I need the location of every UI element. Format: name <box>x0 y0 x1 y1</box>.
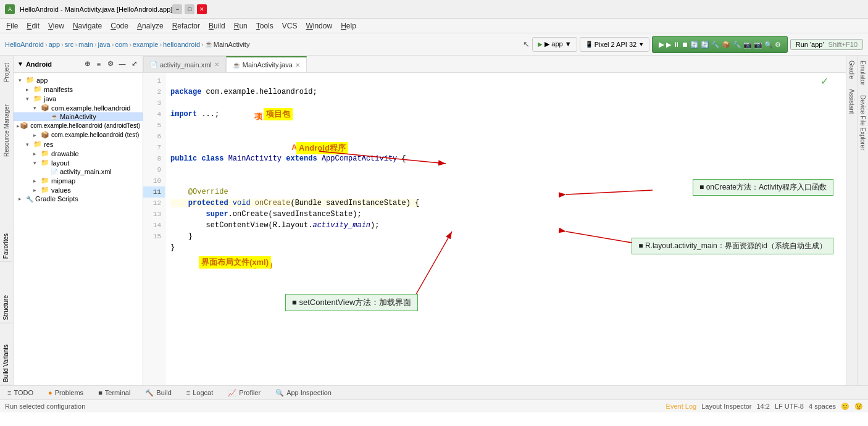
toolbar-right: ↖ ▶ ▶ app ▼ 📱 Pixel 2 API 32 ▼ ▶ ▶ ⏸ ⏹ 🔄… <box>523 36 863 53</box>
right-tab-gradle[interactable]: Gradle <box>846 56 858 84</box>
menu-run[interactable]: Run <box>230 20 251 31</box>
device-dropdown[interactable]: 📱 Pixel 2 API 32 ▼ <box>580 37 649 52</box>
bottom-tab-terminal[interactable]: ■ Terminal <box>93 386 135 399</box>
tab-activity-main-xml[interactable]: 📄 activity_main.xml ✕ <box>143 56 226 72</box>
title-text: HelloAndroid - MainActivity.java [HelloA… <box>20 6 172 13</box>
editor-area: 📄 activity_main.xml ✕ ☕ MainActivity.jav… <box>143 56 846 385</box>
bottom-bar: ≡ TODO ● Problems ■ Terminal 🔨 Build ≡ L… <box>0 385 868 412</box>
tab-mainactivity-java[interactable]: ☕ MainActivity.java ✕ <box>226 56 307 72</box>
structure-tab[interactable]: Structure <box>0 293 12 324</box>
window-controls[interactable]: − □ ✕ <box>172 4 207 14</box>
tree-item-drawable[interactable]: ▸ 📁 drawable <box>14 149 143 158</box>
build-variants-tab[interactable]: Build Variants <box>0 342 12 385</box>
label-layout-file: 界面布局文件(xml) <box>199 256 271 269</box>
run-button[interactable]: ▶ ▶ ⏸ ⏹ 🔄 🔄 🔧 📦 🔧 📷 📷 🔍 ⚙ <box>652 36 788 53</box>
status-run-config: Run selected configuration <box>5 403 85 410</box>
status-bar: Run selected configuration Event Log Lay… <box>0 400 868 412</box>
panel-add-icon[interactable]: ⊕ <box>82 59 92 69</box>
breadcrumb: HelloAndroid › app › src › main › java ›… <box>5 41 520 48</box>
menu-refactor[interactable]: Refactor <box>169 20 204 31</box>
right-tab-assistant[interactable]: Assistant <box>846 84 858 119</box>
menu-tools[interactable]: Tools <box>252 20 277 31</box>
project-panel: ▼ Android ⊕ ≡ ⚙ — ⤢ ▾ 📁 app ▸ 📁 <box>14 56 143 385</box>
event-log-link[interactable]: Event Log <box>666 403 697 410</box>
title-bar: A HelloAndroid - MainActivity.java [Hell… <box>0 0 868 19</box>
sidebar-tab-resource-manager[interactable]: Resource Manager <box>1 99 12 162</box>
emulator-sidebar: Emulator Device File Explorer <box>857 56 868 385</box>
bottom-tab-app-inspection[interactable]: 🔍 App Inspection <box>270 386 336 399</box>
app-config-dropdown[interactable]: ▶ ▶ app ▼ <box>532 37 577 52</box>
panel-gear-icon[interactable]: ⚙ <box>106 59 115 69</box>
tree-item-package[interactable]: ▾ 📦 com.example.helloandroid <box>14 103 143 112</box>
menu-help[interactable]: Help <box>337 20 360 31</box>
tree-item-mainactivity[interactable]: ☕ MainActivity <box>14 112 143 121</box>
editor-tabs: 📄 activity_main.xml ✕ ☕ MainActivity.jav… <box>143 56 846 73</box>
bottom-tab-profiler[interactable]: 📈 Profiler <box>223 386 265 399</box>
menu-vcs[interactable]: VCS <box>278 20 301 31</box>
menu-navigate[interactable]: Navigate <box>69 20 106 31</box>
checkmark-icon: ✓ <box>820 75 828 87</box>
line-numbers: 1 2 3 4 5 6 7 8 9 10 11 12 13 14 15 <box>143 73 165 385</box>
panel-title: Android <box>26 61 80 68</box>
panel-dropdown-icon: ▼ <box>17 61 23 67</box>
run-config-tooltip: Run 'app' Shift+F10 <box>790 39 863 50</box>
tab-close-xml[interactable]: ✕ <box>214 61 219 68</box>
back-button[interactable]: ↖ <box>523 40 530 49</box>
menu-code[interactable]: Code <box>107 20 132 31</box>
tree-item-test[interactable]: ▸ 📦 com.example.helloandroid (test) <box>14 130 143 140</box>
tree-item-mipmap[interactable]: ▸ 📁 mipmap <box>14 176 143 185</box>
breadcrumb-helloandroid2[interactable]: helloandroid <box>163 41 200 48</box>
breadcrumb-java[interactable]: java <box>98 41 111 48</box>
tree-item-manifests[interactable]: ▸ 📁 manifests <box>14 85 143 94</box>
panel-expand-icon[interactable]: ⤢ <box>129 59 139 69</box>
menu-file[interactable]: File <box>2 20 22 31</box>
indent-indicator: 4 spaces <box>809 403 836 410</box>
smiley-good-icon[interactable]: 🙂 <box>841 403 849 411</box>
breadcrumb-com[interactable]: com <box>115 41 128 48</box>
right-tab-device-explorer[interactable]: Device File Explorer <box>857 90 868 155</box>
bottom-tab-build[interactable]: 🔨 Build <box>140 386 176 399</box>
breadcrumb-helloandroid[interactable]: HelloAndroid <box>5 41 44 48</box>
bottom-tab-todo[interactable]: ≡ TODO <box>2 386 38 399</box>
favorites-tab[interactable]: Favorites <box>0 231 12 262</box>
menu-edit[interactable]: Edit <box>23 20 43 31</box>
tree-item-app[interactable]: ▾ 📁 app <box>14 75 143 85</box>
tree-item-java[interactable]: ▾ 📁 java <box>14 94 143 103</box>
panel-toolbar: ⊕ ≡ ⚙ — ⤢ <box>82 59 139 69</box>
layout-inspector-link[interactable]: Layout Inspector <box>701 403 751 410</box>
close-button[interactable]: ✕ <box>197 4 207 14</box>
breadcrumb-example[interactable]: example <box>133 41 159 48</box>
sidebar-tab-project[interactable]: Project <box>1 58 12 87</box>
breadcrumb-app[interactable]: app <box>49 41 60 48</box>
tree-item-androidtest[interactable]: ▸ 📦 com.example.helloandroid (androidTes… <box>14 121 143 130</box>
label-android-program: Android程序 <box>296 142 348 154</box>
right-tab-emulator[interactable]: Emulator <box>857 56 868 90</box>
toolbar: HelloAndroid › app › src › main › java ›… <box>0 33 868 56</box>
smiley-bad-icon[interactable]: 😟 <box>854 403 863 411</box>
annotation-rlayout: ■ R.layout.activity_main：界面资源的id（系统自动生成） <box>632 238 833 254</box>
file-tree: ▾ 📁 app ▸ 📁 manifests ▾ 📁 java ▾ <box>14 73 143 385</box>
tab-close-java[interactable]: ✕ <box>295 62 300 69</box>
label-project-package: 项目包 <box>264 108 293 120</box>
tree-item-activity-main-xml[interactable]: 📄 activity_main.xml <box>14 167 143 176</box>
panel-more-icon[interactable]: — <box>117 59 127 69</box>
menu-build[interactable]: Build <box>205 20 229 31</box>
menu-view[interactable]: View <box>44 20 68 31</box>
menu-analyze[interactable]: Analyze <box>133 20 167 31</box>
maximize-button[interactable]: □ <box>185 4 194 14</box>
panel-sync-icon[interactable]: ≡ <box>94 59 104 69</box>
app-icon: A <box>5 4 15 14</box>
menu-window[interactable]: Window <box>302 20 336 31</box>
bottom-tab-logcat[interactable]: ≡ Logcat <box>182 386 218 399</box>
tree-item-gradle-scripts[interactable]: ▸ 🔧 Gradle Scripts <box>14 194 143 203</box>
code-editor: 1 2 3 4 5 6 7 8 9 10 11 12 13 14 15 pack… <box>143 73 846 385</box>
right-sidebar: Gradle Assistant <box>846 56 857 385</box>
breadcrumb-main[interactable]: main <box>78 41 93 48</box>
tree-item-values[interactable]: ▸ 📁 values <box>14 185 143 194</box>
tree-item-layout[interactable]: ▾ 📁 layout <box>14 158 143 167</box>
tree-item-res[interactable]: ▾ 📁 res <box>14 140 143 149</box>
breadcrumb-src[interactable]: src <box>65 41 74 48</box>
encoding-indicator: LF UTF-8 <box>775 403 804 410</box>
minimize-button[interactable]: − <box>172 4 182 14</box>
bottom-tab-problems[interactable]: ● Problems <box>43 386 88 399</box>
